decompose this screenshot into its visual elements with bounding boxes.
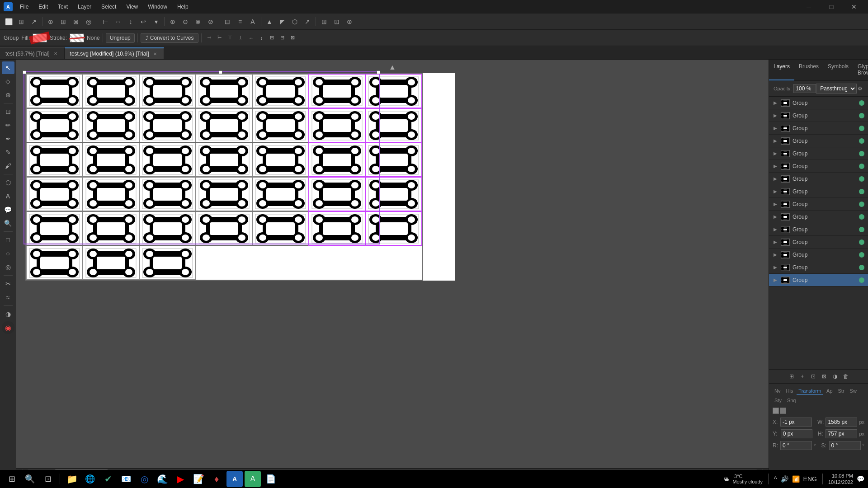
- sprite-cell-3-5[interactable]: [252, 143, 309, 177]
- pencil-tool[interactable]: ✎: [2, 146, 14, 159]
- gradient-tool[interactable]: ◑: [2, 308, 14, 320]
- layer-item-9[interactable]: ▶ Group: [769, 198, 868, 211]
- layer-visibility-12[interactable]: [859, 239, 864, 245]
- layer-item-6[interactable]: ▶ Group: [769, 160, 868, 173]
- layer-expand-10[interactable]: ▶: [773, 214, 778, 220]
- align-right-button[interactable]: ⊤: [225, 33, 235, 43]
- sprite-cell-5-2[interactable]: [83, 211, 139, 245]
- align-left-button[interactable]: ⊣: [204, 33, 214, 43]
- outlook-taskbar[interactable]: ◎: [136, 471, 152, 487]
- warp-tool[interactable]: ≈: [2, 291, 14, 304]
- layer-item-15[interactable]: ▶ Group: [769, 274, 868, 286]
- prop-h-input[interactable]: [826, 429, 857, 438]
- sprite-cell-3-3[interactable]: [139, 143, 196, 177]
- mail-taskbar[interactable]: 📧: [118, 471, 134, 487]
- sprite-cell-3-1[interactable]: [26, 143, 83, 177]
- tab-symbols[interactable]: Symbols: [823, 60, 853, 80]
- transform-button[interactable]: ⊢: [99, 16, 111, 28]
- sprite-cell-3-2[interactable]: [83, 143, 139, 177]
- sprite-cell-2-4[interactable]: [196, 108, 252, 142]
- layer-item-14[interactable]: ▶ Group: [769, 261, 868, 274]
- guide-button[interactable]: ⊠: [70, 16, 82, 28]
- view-mode-2-button[interactable]: ◤: [276, 16, 288, 28]
- maximize-button[interactable]: □: [821, 0, 842, 14]
- sprite-cell-1-6[interactable]: [309, 74, 365, 108]
- ellipse-tool[interactable]: ○: [2, 247, 14, 260]
- layer-expand-6[interactable]: ▶: [773, 164, 778, 169]
- layer-visibility-8[interactable]: [859, 189, 864, 194]
- layer-visibility-4[interactable]: [859, 138, 864, 144]
- zoom-fit-button[interactable]: ⊞: [318, 16, 330, 28]
- handle-tl[interactable]: [23, 70, 26, 74]
- layer-visibility-11[interactable]: [859, 227, 864, 232]
- prop-x-input[interactable]: [780, 418, 812, 427]
- sprite-cell-1-4[interactable]: [196, 74, 252, 108]
- export-button[interactable]: ↗: [28, 16, 40, 28]
- sprite-cell-4-7[interactable]: [365, 177, 422, 211]
- close-button[interactable]: ✕: [844, 0, 864, 14]
- layer-expand-7[interactable]: ▶: [773, 176, 778, 182]
- distribute-gap-button[interactable]: ⊠: [288, 33, 297, 43]
- notification-button[interactable]: 💬: [857, 475, 864, 483]
- sprite-cell-1-3[interactable]: [139, 74, 196, 108]
- layer-item-12[interactable]: ▶ Group: [769, 236, 868, 249]
- tab-testsvg[interactable]: test.svg [Modified] (10.6%) [Trial] ✕: [65, 47, 164, 59]
- youtube-taskbar[interactable]: ▶: [172, 471, 189, 487]
- tab-test-close[interactable]: ✕: [52, 51, 59, 57]
- lang-icon[interactable]: ENG: [803, 475, 817, 483]
- layer-visibility-9[interactable]: [859, 202, 864, 207]
- zoom-1-button[interactable]: ⊡: [331, 16, 343, 28]
- chevron-up-icon[interactable]: ^: [774, 475, 777, 483]
- prop-y-input[interactable]: [781, 429, 812, 438]
- menu-edit[interactable]: Edit: [34, 2, 52, 12]
- tab-brushes[interactable]: Brushes: [794, 60, 823, 80]
- artboard[interactable]: [25, 73, 455, 281]
- sprite-cell-1-1[interactable]: [26, 74, 83, 108]
- brush-tool[interactable]: 🖌: [2, 160, 14, 172]
- layer-expand-11[interactable]: ▶: [773, 227, 778, 232]
- color-swatch-1[interactable]: [773, 408, 779, 414]
- panel-settings-button[interactable]: ⚙: [857, 84, 863, 93]
- prop-r-input[interactable]: [780, 441, 812, 450]
- boolean-sub-button[interactable]: ⊖: [179, 16, 191, 28]
- layer-item-13[interactable]: ▶ Group: [769, 249, 868, 261]
- glyphs-button[interactable]: A: [247, 16, 259, 28]
- sprite-cell-2-2[interactable]: [83, 108, 139, 142]
- props-tab-his[interactable]: His: [784, 387, 795, 395]
- layer-visibility-6[interactable]: [859, 164, 864, 169]
- arrange-button[interactable]: ⊟: [222, 16, 233, 28]
- transform-tool[interactable]: ⊕: [2, 89, 14, 101]
- color-picker-tool[interactable]: ◉: [2, 321, 14, 334]
- fill-tool[interactable]: ⬡: [2, 176, 14, 189]
- layer-visibility-3[interactable]: [859, 126, 864, 131]
- shape-tool[interactable]: ◎: [2, 261, 14, 273]
- new-file-button[interactable]: ⬜: [3, 16, 14, 28]
- zoom-in-button[interactable]: ⊕: [344, 16, 355, 28]
- sprite-cell-4-1[interactable]: [26, 177, 83, 211]
- props-tab-str[interactable]: Str: [836, 387, 846, 395]
- sprite-cell-2-1[interactable]: [26, 108, 83, 142]
- knife-tool[interactable]: ✂: [2, 277, 14, 290]
- sprite-cell-3-6[interactable]: [309, 143, 365, 177]
- layer-expand-13[interactable]: ▶: [773, 252, 778, 258]
- layer-expand-15[interactable]: ▶: [773, 277, 778, 283]
- handle-tm[interactable]: [219, 70, 222, 74]
- flip-h-button[interactable]: ↔: [112, 16, 124, 28]
- align-bottom-button[interactable]: ↕: [256, 33, 266, 43]
- layer-visibility-7[interactable]: [859, 176, 864, 182]
- menu-select[interactable]: Select: [97, 2, 121, 12]
- snapping-button[interactable]: ⊕: [45, 16, 57, 28]
- sprite-cell-6-3[interactable]: [139, 246, 196, 280]
- layer-expand-1[interactable]: ▶: [773, 100, 778, 106]
- browser-taskbar[interactable]: 🌐: [82, 471, 98, 487]
- select-tool[interactable]: ↖: [2, 61, 14, 74]
- file2-taskbar[interactable]: 📄: [263, 471, 279, 487]
- tab-testsvg-close[interactable]: ✕: [152, 51, 158, 57]
- layer-expand-3[interactable]: ▶: [773, 126, 778, 131]
- check-taskbar[interactable]: ✔: [100, 471, 116, 487]
- layer-item-11[interactable]: ▶ Group: [769, 223, 868, 236]
- props-tab-snq[interactable]: Snq: [785, 397, 798, 404]
- open-file-button[interactable]: ⊞: [15, 16, 27, 28]
- sprite-cell-6-2[interactable]: [83, 246, 139, 280]
- layer-item-4[interactable]: ▶ Group: [769, 135, 868, 147]
